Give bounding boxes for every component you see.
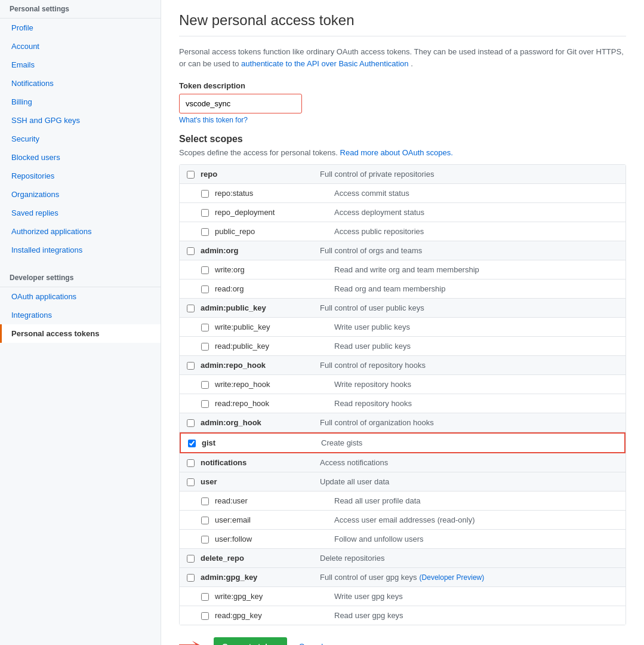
scope-checkbox-admin_org[interactable]: [187, 247, 195, 255]
scope-checkbox-repo[interactable]: [187, 171, 195, 179]
scope-name-public_repo: public_repo: [215, 227, 334, 236]
api-auth-link[interactable]: authenticate to the API over Basic Authe…: [241, 59, 408, 68]
scope-checkbox-public_repo[interactable]: [201, 228, 209, 236]
scope-table: repoFull control of private repositories…: [179, 164, 626, 625]
scope-checkbox-read_gpg_key[interactable]: [201, 612, 209, 620]
scope-checkbox-read_user[interactable]: [201, 497, 209, 505]
scope-row-write_public_key: write:public_keyWrite user public keys: [180, 318, 625, 337]
scope-row-write_org: write:orgRead and write org and team mem…: [180, 260, 625, 280]
scope-desc-repo_status: Access commit status: [334, 189, 618, 198]
token-hint-link[interactable]: What's this token for?: [179, 116, 302, 124]
scope-desc-notifications: Access notifications: [320, 458, 618, 467]
sidebar-item-security[interactable]: Security: [0, 130, 161, 148]
scope-row-admin_org_hook: admin:org_hookFull control of organizati…: [180, 413, 625, 432]
scope-desc-read_org: Read org and team membership: [334, 284, 618, 293]
sidebar-item-profile[interactable]: Profile: [0, 19, 161, 37]
sidebar-item-personal-access-tokens[interactable]: Personal access tokens: [0, 324, 161, 343]
token-description-input[interactable]: [181, 96, 300, 112]
scope-checkbox-gist[interactable]: [188, 440, 196, 447]
scope-checkbox-user_email[interactable]: [201, 517, 209, 524]
sidebar-item-ssh-gpg[interactable]: SSH and GPG keys: [0, 111, 161, 130]
sidebar-item-integrations[interactable]: Integrations: [0, 306, 161, 324]
scope-name-user_follow: user:follow: [215, 535, 334, 543]
sidebar-item-billing[interactable]: Billing: [0, 93, 161, 111]
scope-row-notifications: notificationsAccess notifications: [180, 453, 625, 472]
scope-checkbox-write_gpg_key[interactable]: [201, 593, 209, 601]
scope-name-user: user: [201, 477, 320, 486]
scope-row-admin_public_key: admin:public_keyFull control of user pub…: [180, 299, 625, 318]
scope-desc-admin_repo_hook: Full control of repository hooks: [320, 361, 618, 370]
scope-row-gist: gistCreate gists: [180, 432, 625, 453]
scope-name-write_public_key: write:public_key: [215, 322, 334, 331]
arrow-indicator: [179, 641, 208, 646]
scope-checkbox-admin_org_hook[interactable]: [187, 419, 195, 427]
scope-desc-write_public_key: Write user public keys: [334, 322, 618, 331]
scope-checkbox-write_org[interactable]: [201, 266, 209, 274]
scopes-desc: Scopes define the access for personal to…: [179, 148, 626, 157]
scope-name-gist: gist: [202, 438, 321, 447]
sidebar-item-emails[interactable]: Emails: [0, 56, 161, 74]
oauth-scopes-link[interactable]: Read more about OAuth scopes.: [340, 148, 453, 157]
scope-checkbox-write_public_key[interactable]: [201, 324, 209, 331]
preview-badge-admin_gpg_key: (Developer Preview): [420, 573, 485, 582]
scope-checkbox-admin_public_key[interactable]: [187, 305, 195, 312]
scope-checkbox-admin_repo_hook[interactable]: [187, 362, 195, 370]
scope-row-public_repo: public_repoAccess public repositories: [180, 222, 625, 241]
scope-name-read_user: read:user: [215, 496, 334, 505]
svg-marker-0: [179, 641, 203, 646]
cancel-button[interactable]: Cancel: [293, 637, 329, 645]
scope-desc-read_user: Read all user profile data: [334, 496, 618, 505]
sidebar-item-account[interactable]: Account: [0, 37, 161, 56]
token-description-label: Token description: [179, 81, 626, 90]
scope-desc-repo_deployment: Access deployment status: [334, 208, 618, 217]
developer-settings-header: Developer settings: [0, 269, 161, 287]
scope-checkbox-user_follow[interactable]: [201, 536, 209, 543]
scope-checkbox-admin_gpg_key[interactable]: [187, 574, 195, 582]
scope-checkbox-user[interactable]: [187, 478, 195, 486]
sidebar-item-blocked-users[interactable]: Blocked users: [0, 148, 161, 167]
scope-name-admin_org_hook: admin:org_hook: [201, 418, 320, 427]
sidebar-item-installed-integrations[interactable]: Installed integrations: [0, 241, 161, 259]
scope-desc-admin_org_hook: Full control of organization hooks: [320, 418, 618, 427]
sidebar-item-authorized-applications[interactable]: Authorized applications: [0, 222, 161, 241]
scope-name-read_gpg_key: read:gpg_key: [215, 611, 334, 620]
scope-checkbox-write_repo_hook[interactable]: [201, 381, 209, 389]
scope-row-user_follow: user:followFollow and unfollow users: [180, 530, 625, 549]
scope-desc-write_org: Read and write org and team membership: [334, 265, 618, 274]
scope-row-write_gpg_key: write:gpg_keyWrite user gpg keys: [180, 587, 625, 606]
scope-name-write_org: write:org: [215, 265, 334, 274]
sidebar-item-oauth-apps[interactable]: OAuth applications: [0, 287, 161, 306]
scope-row-write_repo_hook: write:repo_hookWrite repository hooks: [180, 375, 625, 394]
scope-name-notifications: notifications: [201, 458, 320, 467]
sidebar-item-organizations[interactable]: Organizations: [0, 185, 161, 204]
scope-checkbox-notifications[interactable]: [187, 459, 195, 467]
scope-checkbox-read_org[interactable]: [201, 285, 209, 293]
select-scopes-group: Select scopes Scopes define the access f…: [179, 134, 626, 625]
scope-checkbox-read_public_key[interactable]: [201, 343, 209, 351]
scope-desc-admin_org: Full control of orgs and teams: [320, 246, 618, 255]
scope-name-repo_deployment: repo_deployment: [215, 208, 334, 217]
sidebar-item-notifications[interactable]: Notifications: [0, 74, 161, 93]
scope-row-repo: repoFull control of private repositories: [180, 165, 625, 184]
scope-desc-delete_repo: Delete repositories: [320, 554, 618, 563]
scope-row-admin_repo_hook: admin:repo_hookFull control of repositor…: [180, 356, 625, 375]
token-description-group: Token description What's this token for?: [179, 81, 626, 124]
scope-row-admin_org: admin:orgFull control of orgs and teams: [180, 241, 625, 260]
scope-desc-read_public_key: Read user public keys: [334, 342, 618, 351]
scope-checkbox-repo_status[interactable]: [201, 190, 209, 198]
scope-name-write_repo_hook: write:repo_hook: [215, 380, 334, 389]
scope-row-read_user: read:userRead all user profile data: [180, 492, 625, 511]
generate-token-button[interactable]: Generate token: [214, 637, 287, 645]
sidebar-item-saved-replies[interactable]: Saved replies: [0, 204, 161, 222]
scope-desc-user: Update all user data: [320, 477, 618, 486]
scope-checkbox-delete_repo[interactable]: [187, 555, 195, 563]
scope-checkbox-repo_deployment[interactable]: [201, 209, 209, 217]
sidebar-item-repositories[interactable]: Repositories: [0, 167, 161, 185]
scope-desc-user_follow: Follow and unfollow users: [334, 535, 618, 543]
scope-desc-write_gpg_key: Write user gpg keys: [334, 592, 618, 601]
scope-row-read_public_key: read:public_keyRead user public keys: [180, 337, 625, 356]
scope-name-admin_gpg_key: admin:gpg_key: [201, 573, 320, 582]
scope-name-read_public_key: read:public_key: [215, 342, 334, 351]
scope-desc-read_gpg_key: Read user gpg keys: [334, 611, 618, 620]
scope-checkbox-read_repo_hook[interactable]: [201, 400, 209, 408]
